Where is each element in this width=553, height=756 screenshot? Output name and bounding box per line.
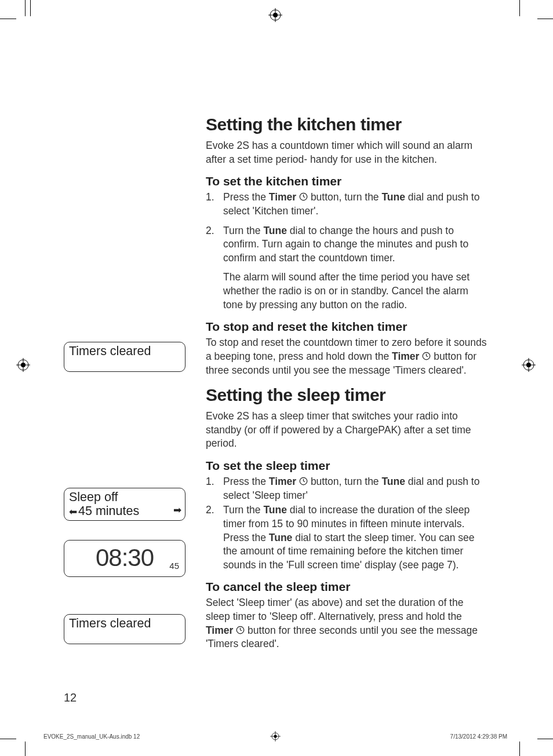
lcd-clock-small: 45 [169,561,179,571]
clock-icon [299,191,308,200]
clock-icon [236,624,245,633]
steps-set-sleep: 1. Press the Timer button, turn the Tune… [206,475,490,572]
arrow-right-icon: ➡ [173,505,181,516]
list-item: 1. Press the Timer button, turn the Tune… [206,191,490,218]
paragraph: To stop and reset the countdown timer to… [206,336,490,377]
clock-icon [422,350,431,359]
heading-set-sleep: To set the sleep timer [206,459,490,473]
lcd-clock-time: 08:30 [96,544,154,572]
heading-cancel-sleep: To cancel the sleep timer [206,580,490,594]
paragraph: Select 'Sleep timer' (as above) and set … [206,596,490,651]
lcd-timers-cleared: Timers cleared [64,614,185,644]
registration-mark-icon [270,731,281,742]
registration-mark-icon [522,358,536,372]
registration-mark-icon [268,8,282,22]
footer-date: 7/13/2012 4:29:38 PM [450,733,507,740]
lcd-timers-cleared: Timers cleared [64,342,185,372]
registration-mark-icon [16,358,30,372]
list-item: 1. Press the Timer button, turn the Tune… [206,475,490,502]
main-content: Setting the kitchen timer Evoke 2S has a… [206,104,490,655]
clock-icon [299,476,308,484]
footer-file: EVOKE_2S_manual_UK-Aus.indb 12 [43,733,140,740]
footer: EVOKE_2S_manual_UK-Aus.indb 12 7/13/2012… [43,733,507,740]
lcd-text: Sleep off [69,491,180,505]
lcd-sleep-off: Sleep off ⬅45 minutes ➡ [64,488,185,521]
paragraph: Evoke 2S has a countdown timer which wil… [206,139,490,166]
page-number: 12 [64,691,77,704]
page: Timers cleared Sleep off ⬅45 minutes ➡ 0… [43,35,507,713]
heading-sleep-timer: Setting the sleep timer [206,385,490,405]
heading-kitchen-timer: Setting the kitchen timer [206,115,490,134]
heading-set-kitchen: To set the kitchen timer [206,174,490,188]
lcd-text: ⬅45 minutes ➡ [69,505,180,518]
lcd-time-display: 08:30 45 [64,540,185,577]
list-item: 2. Turn the Tune dial to change the hour… [206,224,490,312]
list-item: 2. Turn the Tune dial to increase the du… [206,503,490,572]
arrow-left-icon: ⬅ [69,507,77,518]
heading-stop-kitchen: To stop and reset the kitchen timer [206,320,490,334]
lcd-text: Timers cleared [69,345,180,359]
paragraph: Evoke 2S has a sleep timer that switches… [206,410,490,451]
steps-set-kitchen: 1. Press the Timer button, turn the Tune… [206,191,490,312]
lcd-text: Timers cleared [69,617,180,631]
